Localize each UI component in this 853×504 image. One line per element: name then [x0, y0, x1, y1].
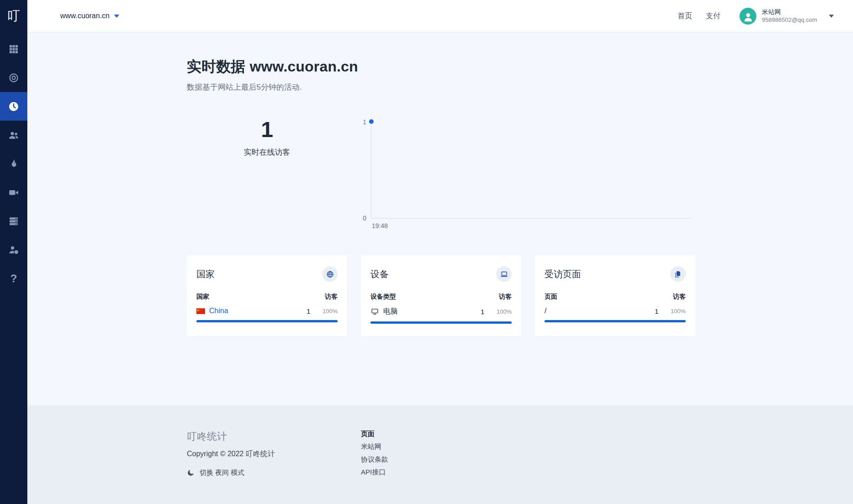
grid-icon: [8, 44, 19, 55]
page-visitors-bar: [545, 320, 686, 322]
chevron-down-icon: [114, 15, 119, 18]
footer: 叮咚统计 Copyright © 2022 叮咚统计 切换 夜间 模式 页面 米…: [27, 406, 853, 504]
card-devices-badge[interactable]: [496, 266, 512, 282]
online-counter-value: 1: [187, 119, 347, 141]
globe-icon: [326, 270, 334, 278]
country-name-link[interactable]: China: [196, 307, 291, 315]
sidebar-item-account[interactable]: [0, 235, 27, 264]
footer-link-api[interactable]: API接口: [361, 468, 388, 477]
sidebar-item-goals[interactable]: [0, 63, 27, 92]
sidebar-item-realtime[interactable]: [0, 92, 27, 121]
card-pages-badge[interactable]: [670, 266, 686, 282]
site-selector-label: www.cuoran.cn: [60, 12, 110, 20]
page-visitors-value: 1: [639, 307, 658, 315]
card-countries: 国家 国家 访客 China 1: [187, 255, 347, 336]
column-visitors: 访客: [673, 293, 686, 301]
page-path-cell: /: [545, 307, 639, 315]
column-visitors: 访客: [499, 293, 512, 301]
nav-link-pay[interactable]: 支付: [706, 11, 720, 21]
card-devices-title: 设备: [370, 268, 389, 280]
page-row: / 1 100%: [545, 307, 686, 315]
device-visitors-bar: [370, 321, 512, 324]
user-icon: [742, 11, 754, 23]
user-menu-chevron-icon[interactable]: [829, 15, 834, 18]
device-name-cell: 电脑: [370, 307, 465, 316]
page-visitors-percent: 100%: [658, 308, 686, 315]
y-tick-max: 1: [351, 118, 366, 126]
stats-cards: 国家 国家 访客 China 1: [187, 255, 853, 336]
bullseye-icon: [8, 72, 19, 83]
page: 叮: [0, 0, 853, 504]
device-visitors-value: 1: [465, 308, 484, 316]
sidebar-item-dashboard[interactable]: [0, 35, 27, 63]
column-device-type: 设备类型: [370, 293, 396, 301]
user-block[interactable]: 米站网 958986502@qq.com: [762, 8, 817, 24]
help-icon: ?: [10, 272, 17, 285]
column-country: 国家: [196, 293, 209, 301]
footer-copyright: Copyright © 2022 叮咚统计: [187, 449, 361, 459]
footer-links-title: 页面: [361, 430, 388, 438]
card-devices: 设备 设备类型 访客 电脑 1: [361, 255, 521, 336]
card-devices-columns: 设备类型 访客: [370, 293, 512, 301]
users-icon: [8, 130, 19, 141]
user-email: 958986502@qq.com: [762, 16, 817, 24]
nav-link-home[interactable]: 首页: [678, 11, 692, 21]
page-title: 实时数据 www.cuoran.cn: [187, 57, 853, 77]
page-path: /: [545, 307, 546, 315]
card-pages-title: 受访页面: [545, 268, 581, 280]
realtime-section: 1 实时在线访客 1 0 19:48: [187, 119, 853, 229]
chart-data-point: [369, 119, 374, 124]
country-row: China 1 100%: [196, 307, 338, 315]
y-tick-min: 0: [351, 214, 366, 222]
footer-brand: 叮咚统计: [187, 430, 361, 443]
country-visitors-percent: 100%: [310, 308, 338, 315]
card-pages: 受访页面 页面 访客 / 1 100%: [535, 255, 695, 336]
moon-icon: [187, 469, 195, 477]
footer-brand-block: 叮咚统计 Copyright © 2022 叮咚统计 切换 夜间 模式: [187, 430, 361, 477]
video-icon: [8, 187, 19, 198]
device-visitors-percent: 100%: [484, 308, 512, 315]
dark-mode-label: 切换 夜间 模式: [200, 468, 244, 477]
app-logo[interactable]: 叮: [0, 0, 27, 32]
sidebar-item-recordings[interactable]: [0, 178, 27, 207]
main-content: 实时数据 www.cuoran.cn 数据基于网站上最后5分钟的活动. 1 实时…: [27, 32, 853, 406]
x-tick-time: 19:48: [372, 222, 692, 229]
chart-y-axis: 1 0: [351, 122, 371, 219]
card-countries-columns: 国家 访客: [196, 293, 338, 301]
laptop-icon: [500, 270, 508, 278]
dark-mode-toggle[interactable]: 切换 夜间 模式: [187, 468, 361, 477]
device-row: 电脑 1 100%: [370, 307, 512, 316]
card-pages-columns: 页面 访客: [545, 293, 686, 301]
user-name: 米站网: [762, 8, 817, 16]
user-shield-icon: [8, 244, 19, 255]
card-countries-badge[interactable]: [322, 266, 338, 282]
sidebar-item-servers[interactable]: [0, 207, 27, 235]
sidebar: 叮: [0, 0, 27, 504]
site-selector[interactable]: www.cuoran.cn: [60, 12, 119, 20]
sidebar-nav: ?: [0, 35, 27, 293]
avatar[interactable]: [740, 8, 756, 25]
chart-plot-area: [371, 122, 692, 219]
sidebar-item-help[interactable]: ?: [0, 264, 27, 293]
online-counter: 1 实时在线访客: [187, 119, 347, 229]
sidebar-item-heat[interactable]: [0, 149, 27, 178]
monitor-icon: [370, 308, 379, 316]
country-name: China: [209, 307, 228, 315]
realtime-chart: 1 0 19:48: [351, 119, 692, 229]
online-counter-label: 实时在线访客: [187, 147, 347, 158]
sidebar-item-visitors[interactable]: [0, 121, 27, 149]
top-header: www.cuoran.cn 首页 支付 米站网 958986502@qq.com: [27, 0, 853, 32]
footer-link-terms[interactable]: 协议条款: [361, 455, 388, 464]
card-countries-title: 国家: [196, 268, 215, 280]
country-visitors-value: 1: [291, 307, 310, 315]
column-page: 页面: [545, 293, 557, 301]
flame-icon: [8, 158, 19, 169]
column-visitors: 访客: [325, 293, 338, 301]
server-icon: [8, 216, 19, 227]
page-subtitle: 数据基于网站上最后5分钟的活动.: [187, 82, 853, 92]
pages-icon: [674, 270, 682, 278]
footer-link-mizhanwang[interactable]: 米站网: [361, 443, 388, 451]
country-visitors-bar: [196, 320, 338, 322]
china-flag-icon: [196, 308, 205, 314]
clock-icon: [8, 101, 19, 112]
